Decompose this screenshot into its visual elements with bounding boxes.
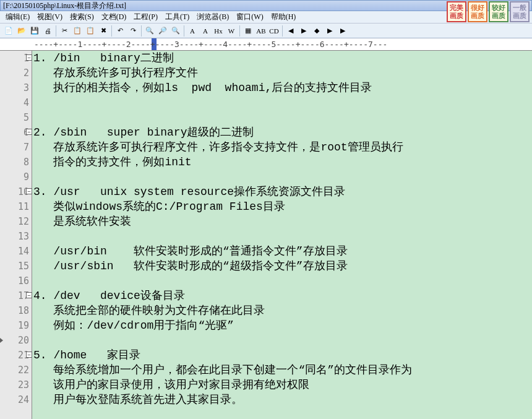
quality-badge-1[interactable]: 很好画质: [468, 1, 487, 22]
code-line[interactable]: 每给系统增加一个用户，都会在此目录下创建一个“同名”的文件目录作为: [33, 363, 532, 378]
line-number: 20: [0, 333, 32, 348]
marker-arrow-icon: [0, 338, 3, 343]
code-line[interactable]: 5. /home 家目录: [33, 348, 532, 363]
code-line[interactable]: 系统把全部的硬件映射为文件存储在此目录: [33, 303, 532, 318]
code-line[interactable]: [33, 95, 532, 110]
code-line[interactable]: 该用户的家目录使用，该用户对家目录拥有绝对权限: [33, 378, 532, 392]
find-icon[interactable]: 🔍: [144, 25, 156, 37]
toolbar-separator: [239, 25, 240, 37]
nav4-icon[interactable]: ▶: [324, 25, 336, 37]
a2-icon[interactable]: A: [199, 25, 212, 37]
code-line[interactable]: 指令的支持文件，例如init: [33, 155, 532, 170]
nav2-icon[interactable]: ▶: [298, 25, 310, 37]
quality-badge-0[interactable]: 完美画质: [447, 1, 466, 22]
line-number: 14: [0, 244, 32, 259]
line-number: 17−: [0, 288, 32, 303]
menu-4[interactable]: 工程(P): [131, 11, 161, 23]
toolbar-separator: [56, 25, 56, 37]
quality-badge-3[interactable]: 一般画质: [510, 1, 530, 22]
line-number: 21−: [0, 348, 32, 363]
line-number: 1−: [0, 51, 32, 66]
code-line[interactable]: 类似windows系统的C:/Program Files目录: [33, 199, 532, 214]
line-number: 9: [0, 170, 32, 184]
nav3-icon[interactable]: ◆: [311, 25, 323, 37]
toolbar-separator: [282, 25, 283, 37]
menu-6[interactable]: 浏览器(B): [194, 11, 232, 23]
menu-2[interactable]: 搜索(S): [67, 11, 97, 23]
line-number: 15: [0, 259, 32, 274]
ruler: ----+----1----+----2----+----3----+----4…: [0, 38, 532, 51]
toolbar-separator: [184, 25, 184, 37]
cd-icon[interactable]: CD: [268, 25, 280, 37]
fold-toggle-icon[interactable]: −: [26, 188, 32, 194]
open-icon[interactable]: 📂: [15, 25, 28, 37]
a-icon[interactable]: A: [186, 25, 199, 37]
line-number: 10−: [0, 184, 32, 199]
code-line[interactable]: 执行的相关指令，例如ls pwd whoami,后台的支持文件目录: [33, 80, 532, 95]
code-line[interactable]: [33, 170, 532, 184]
code-line[interactable]: 存放系统许多可执行程序文件: [33, 66, 532, 80]
nav1-icon[interactable]: ◀: [285, 25, 297, 37]
editor-area: 1−23456−78910−11121314151617−18192021−22…: [0, 51, 532, 419]
line-number: 13: [0, 229, 32, 244]
line-number: 2: [0, 66, 32, 80]
menu-0[interactable]: 编辑(E): [2, 11, 33, 23]
line-number: 8: [0, 155, 32, 170]
menu-1[interactable]: 视图(V): [34, 11, 66, 23]
line-number: 24: [0, 392, 32, 407]
line-number: 22: [0, 363, 32, 378]
code-line[interactable]: 存放系统许多可执行程序文件，许多指令支持文件，是root管理员执行: [33, 140, 532, 155]
quality-badge-2[interactable]: 较好画质: [489, 1, 508, 22]
cut-icon[interactable]: ✂: [58, 25, 71, 37]
line-number: 11: [0, 199, 32, 214]
line-number: 5: [0, 110, 32, 125]
code-line[interactable]: [33, 333, 532, 348]
code-line[interactable]: 用户每次登陆系统首先进入其家目录。: [33, 392, 532, 407]
fold-toggle-icon[interactable]: −: [26, 292, 32, 298]
undo-icon[interactable]: ↶: [114, 25, 126, 37]
line-number: 6−: [0, 125, 32, 140]
code-line[interactable]: /usr/bin 软件安装时形成的“普通指令文件”存放目录: [33, 244, 532, 259]
toolbar-separator: [141, 25, 142, 37]
menu-8[interactable]: 帮助(H): [268, 11, 299, 23]
code-line[interactable]: [33, 274, 532, 288]
redo-icon[interactable]: ↷: [127, 25, 139, 37]
line-number: 23: [0, 378, 32, 392]
new-icon[interactable]: 📄: [2, 25, 15, 37]
hex-icon[interactable]: Hx: [212, 25, 225, 37]
ab-icon[interactable]: AB: [255, 25, 267, 37]
line-number: 7: [0, 140, 32, 155]
code-line[interactable]: [33, 229, 532, 244]
w-icon[interactable]: W: [225, 25, 238, 37]
code-line[interactable]: 3. /usr unix system resource操作系统资源文件目录: [33, 184, 532, 199]
line-number: 18: [0, 303, 32, 318]
code-line[interactable]: 是系统软件安装: [33, 214, 532, 229]
find-next-icon[interactable]: 🔎: [157, 25, 169, 37]
code-line[interactable]: /usr/sbin 软件安装时形成的“超级指令文件”存放目录: [33, 259, 532, 274]
menu-7[interactable]: 窗口(W): [233, 11, 266, 23]
fold-toggle-icon[interactable]: −: [26, 129, 32, 135]
find-files-icon[interactable]: 🔍: [169, 25, 182, 37]
code-line[interactable]: 例如：/dev/cdrom用于指向“光驱”: [33, 318, 532, 333]
code-line[interactable]: 1. /bin binary二进制: [33, 51, 532, 66]
code-line[interactable]: [33, 110, 532, 125]
line-gutter: 1−23456−78910−11121314151617−18192021−22…: [0, 51, 32, 419]
copy-icon[interactable]: 📋: [71, 25, 84, 37]
fold-toggle-icon[interactable]: −: [26, 352, 32, 358]
window-title: [F:\20150105php\Linux-根目录介绍.txt]: [3, 1, 126, 11]
delete-icon[interactable]: ✖: [97, 25, 109, 37]
fold-toggle-icon[interactable]: −: [26, 54, 32, 61]
toolbar: 📄📂💾🖨✂📋📋✖↶↷🔍🔎🔍AAHxW▦ABCD◀▶◆▶▶: [0, 24, 532, 38]
paste-icon[interactable]: 📋: [84, 25, 97, 37]
print-icon[interactable]: 🖨: [41, 25, 54, 37]
compare-icon[interactable]: ▦: [242, 25, 254, 37]
code-line[interactable]: 2. /sbin super binary超级的二进制: [33, 125, 532, 140]
menu-3[interactable]: 文档(D): [98, 11, 130, 23]
line-number: 19: [0, 318, 32, 333]
save-icon[interactable]: 💾: [28, 25, 41, 37]
text-content[interactable]: 1. /bin binary二进制 存放系统许多可执行程序文件 执行的相关指令，…: [32, 51, 532, 419]
nav5-icon[interactable]: ▶: [337, 25, 349, 37]
line-number: 3: [0, 80, 32, 95]
menu-5[interactable]: 工具(T): [162, 11, 192, 23]
code-line[interactable]: 4. /dev device设备目录: [33, 288, 532, 303]
